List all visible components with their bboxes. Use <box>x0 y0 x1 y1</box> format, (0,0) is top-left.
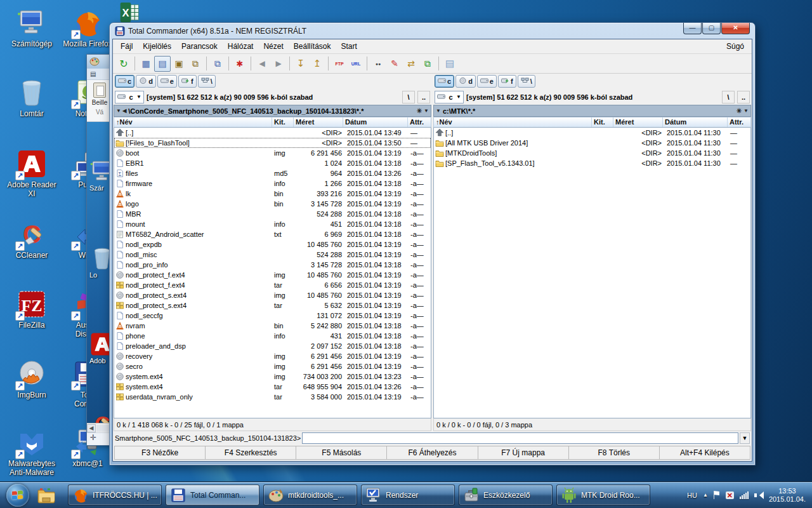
tree-panel-button[interactable]: ⧉ <box>187 56 204 72</box>
start-button[interactable] <box>6 484 29 507</box>
scroll-left-arrow-icon[interactable]: ◀ <box>87 424 96 432</box>
file-row[interactable]: nodl_protect_f.ext4img10 485 7602015.01.… <box>114 270 431 280</box>
file-row[interactable]: MT6582_Android_scattertxt6 9692015.01.04… <box>114 229 431 239</box>
drive-button-net[interactable]: \ <box>518 75 535 88</box>
file-row[interactable]: [SP_Flash_Tool_v5.1343.01]<DIR>2015.01.0… <box>434 158 750 168</box>
refresh-button[interactable]: ↻ <box>115 56 132 72</box>
file-row[interactable]: nodl_protect_f.ext4tar6 6562015.01.04 13… <box>114 280 431 290</box>
desktop-icon-ccleaner[interactable]: C↗CCleaner <box>4 219 60 260</box>
file-row[interactable]: bootimg6 291 4562015.01.04 13:19-a— <box>114 148 431 158</box>
drive-button-e[interactable]: e <box>157 75 177 88</box>
file-row[interactable]: preloader_and_dsp2 097 1522015.01.04 13:… <box>114 341 431 351</box>
taskbar-button-firefox[interactable]: ITFRÖCCS.HU | ... <box>68 485 162 505</box>
paint-hscrollbar[interactable]: ◀ <box>87 423 112 432</box>
parent-dir-button[interactable]: .. <box>737 91 750 104</box>
paint-titlebar[interactable] <box>87 55 112 69</box>
branch-view-button[interactable]: ⧉ <box>209 56 226 72</box>
drive-button-net[interactable]: \ <box>198 75 216 88</box>
path-history-icon[interactable]: ▼ <box>436 108 441 114</box>
paste-icon[interactable] <box>93 83 106 98</box>
fkey-button-f5[interactable]: F5 Másolás <box>296 446 387 460</box>
fkey-button-f8[interactable]: F8 Törlés <box>569 446 660 460</box>
close-button[interactable]: ✕ <box>721 23 750 34</box>
desktop-icon-imgburn[interactable]: ↗ImgBurn <box>4 359 60 399</box>
titlebar[interactable]: Total Commander (x64) 8.51a - NEM REGISZ… <box>112 23 752 39</box>
command-input[interactable] <box>302 432 738 444</box>
column-header-dtum[interactable]: Dátum <box>343 117 408 127</box>
right-path-bar[interactable]: ▼c:\MTK\*.*✳▼ <box>433 105 751 117</box>
drive-button-c[interactable]: c <box>435 75 454 88</box>
menu-hálózat[interactable]: Hálózat <box>223 41 259 52</box>
paint-canvas[interactable]: SzárLoAdobCCC <box>87 122 112 423</box>
notification-error-icon[interactable]: ✕ <box>726 491 734 499</box>
file-row[interactable]: [MTKDroidTools]<DIR>2015.01.04 11:30— <box>434 148 750 158</box>
favorites-icon[interactable]: ✳ <box>737 107 742 114</box>
root-dir-button[interactable]: \ <box>402 91 415 104</box>
file-row[interactable]: logobin3 145 7282015.01.04 13:19-a— <box>114 199 431 209</box>
file-row[interactable]: recoveryimg6 291 4562015.01.04 13:19-a— <box>114 351 431 361</box>
file-row[interactable]: nodl_seccfg131 0722015.01.04 13:19-a— <box>114 311 431 321</box>
file-row[interactable]: mountinfo4512015.01.04 13:18-a— <box>114 219 431 229</box>
desktop-icon-sz-m-t-g-p[interactable]: Számítógép <box>4 8 60 48</box>
taskbar-button-totalcmd[interactable]: Total Comman... <box>166 485 259 505</box>
desktop-icon-mozilla-firefox[interactable]: ↗Mozilla Firefox <box>60 8 115 48</box>
paint-ribbon[interactable]: Beille Vá <box>87 80 112 122</box>
taskbar-button-system[interactable]: Rendszer <box>361 485 455 505</box>
full-view-button[interactable]: ▤ <box>154 56 171 72</box>
drive-button-d[interactable]: d <box>455 75 476 88</box>
file-row[interactable]: system.ext4tar648 955 9042015.01.04 13:2… <box>114 382 431 392</box>
fkey-button-f6[interactable]: F6 Áthelyezés <box>387 446 478 460</box>
paste-label[interactable]: Beille <box>88 99 111 106</box>
brief-view-button[interactable]: ▦ <box>138 56 154 72</box>
multi-rename-button[interactable]: ✎ <box>386 56 403 72</box>
menu-nézet[interactable]: Nézet <box>258 41 288 52</box>
file-row[interactable]: nodl_expdb10 485 7602015.01.04 13:19-a— <box>114 239 431 250</box>
new-connection-button[interactable]: ✱ <box>232 56 248 72</box>
menu-parancsok[interactable]: Parancsok <box>176 41 223 52</box>
favorites-icon[interactable]: ✳ <box>417 107 422 114</box>
file-row[interactable]: system.ext4img734 003 2002015.01.04 13:2… <box>114 371 431 382</box>
command-history-dropdown-icon[interactable]: ▼ <box>740 432 750 444</box>
file-row[interactable]: nodl_misc524 2882015.01.04 13:19-a— <box>114 250 431 260</box>
volume-icon[interactable] <box>754 491 763 499</box>
desktop-icon-malwarebytes[interactable]: ↗Malwarebytes Anti-Malware <box>4 427 60 477</box>
drive-button-f[interactable]: f <box>498 75 516 88</box>
menu-sugo[interactable]: Súgó <box>721 41 749 52</box>
column-header-kit[interactable]: Kit. <box>592 117 613 127</box>
pack-button[interactable]: ↧ <box>292 56 309 72</box>
file-row[interactable]: Σfilesmd59642015.01.04 13:26-a— <box>114 168 431 178</box>
column-header-nv[interactable]: ↑Név <box>114 117 272 127</box>
back-button[interactable]: ◀ <box>254 56 270 72</box>
sync-dirs-button[interactable]: ⇄ <box>403 56 419 72</box>
column-header-dtum[interactable]: Dátum <box>663 117 728 127</box>
compare-button[interactable]: ⧉ <box>419 56 436 72</box>
search-button[interactable]: ●● <box>370 56 386 72</box>
file-row[interactable]: [..]<DIR>2015.01.04 11:30— <box>434 128 750 138</box>
ftp-url-button[interactable]: URL <box>348 56 364 72</box>
column-header-kit[interactable]: Kit. <box>272 117 294 127</box>
column-header-mret[interactable]: Méret <box>294 117 343 127</box>
excel-icon[interactable]: X <box>112 2 147 23</box>
maximize-button[interactable]: ▢ <box>702 23 721 34</box>
file-row[interactable]: MBR524 2882015.01.04 13:18-a— <box>114 209 431 219</box>
path-history-icon[interactable]: ▼ ◀ <box>116 108 126 114</box>
column-header-attr[interactable]: Attr. <box>408 117 431 127</box>
fkey-button-alt-f4[interactable]: Alt+F4 Kilépés <box>660 446 750 460</box>
file-row[interactable]: [!Files_to_FlashTool]<DIR>2015.01.04 13:… <box>114 138 431 148</box>
file-row[interactable]: nodl_protect_s.ext4img10 485 7602015.01.… <box>114 290 431 300</box>
column-header-nv[interactable]: ↑Név <box>434 117 592 127</box>
history-dropdown-icon[interactable]: ▼ <box>424 108 429 114</box>
drive-button-f[interactable]: f <box>178 75 197 88</box>
file-row[interactable]: nvrambin5 242 8802015.01.04 13:18-a— <box>114 321 431 331</box>
desktop-icon-adobe-reader[interactable]: ↗Adobe Reader XI <box>4 149 60 198</box>
file-row[interactable]: firmwareinfo1 2662015.01.04 13:18-a— <box>114 178 431 189</box>
language-indicator[interactable]: HU <box>687 491 697 499</box>
network-signal-icon[interactable] <box>740 491 749 499</box>
unpack-button[interactable]: ↥ <box>309 56 325 72</box>
parent-dir-button[interactable]: .. <box>417 91 430 104</box>
history-dropdown-icon[interactable]: ▼ <box>743 108 749 114</box>
root-dir-button[interactable]: \ <box>722 91 735 104</box>
action-center-flag-icon[interactable] <box>714 491 720 499</box>
drive-button-d[interactable]: d <box>136 75 156 88</box>
file-row[interactable]: EBR11 0242015.01.04 13:18-a— <box>114 158 431 168</box>
